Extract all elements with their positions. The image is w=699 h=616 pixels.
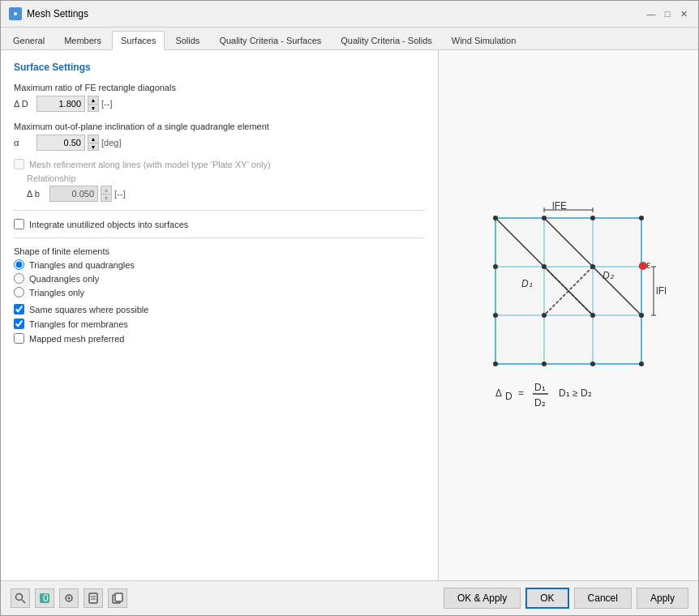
svg-point-27 (542, 361, 547, 366)
triangles-membranes-checkbox[interactable] (14, 319, 24, 329)
divider-2 (14, 237, 425, 238)
svg-point-52 (68, 597, 71, 600)
mesh-refinement-row: Mesh refinement along lines (with model … (14, 159, 425, 169)
delta-b-spin-up[interactable]: ▲ (101, 186, 112, 194)
svg-text:D: D (505, 391, 512, 402)
radio-quads-only-input[interactable] (14, 273, 24, 284)
delta-b-spinner: ▲ ▼ (101, 186, 112, 202)
main-window: Mesh Settings — □ ✕ General Members Surf… (0, 0, 699, 616)
cancel-button[interactable]: Cancel (574, 588, 632, 609)
close-button[interactable]: ✕ (677, 7, 690, 20)
right-panel: D₁ D₂ (439, 50, 698, 580)
same-squares-checkbox[interactable] (14, 304, 24, 314)
svg-rect-57 (115, 593, 122, 601)
svg-text:D₁: D₁ (534, 382, 546, 393)
tool-btn-2[interactable]: 0 (35, 588, 54, 608)
relationship-label: Relationship (27, 173, 425, 183)
mesh-refinement-checkbox[interactable] (14, 159, 24, 169)
svg-text:=: = (518, 387, 524, 399)
delta-b-spin-down[interactable]: ▼ (101, 194, 112, 202)
fe-diagonals-label: Maximum ratio of FE rectangle diagonals (14, 83, 425, 92)
alpha-unit: [deg] (101, 138, 121, 148)
tool-btn-4[interactable] (84, 588, 103, 608)
svg-point-25 (639, 313, 644, 318)
svg-point-14 (493, 216, 498, 220)
maximize-button[interactable]: □ (661, 7, 674, 20)
delta-d-spinner: ▲ ▼ (88, 96, 99, 112)
svg-point-22 (493, 313, 498, 318)
tab-solids[interactable]: Solids (166, 31, 208, 49)
svg-text:D₂: D₂ (534, 397, 546, 409)
svg-text:lFE: lFE (656, 285, 666, 297)
tab-quality-solids[interactable]: Quality Criteria - Solids (332, 31, 440, 49)
tool-btn-1[interactable] (11, 588, 30, 608)
alpha-row: α ▲ ▼ [deg] (14, 135, 425, 151)
ok-apply-button[interactable]: OK & Apply (444, 588, 521, 609)
minimize-button[interactable]: — (645, 7, 658, 20)
svg-text:Δ: Δ (495, 387, 502, 399)
bottom-tools: 0 (11, 588, 127, 608)
delta-d-label: Δ D (14, 99, 32, 109)
integrate-checkbox[interactable] (14, 219, 24, 229)
radio-triangles-quads-input[interactable] (14, 259, 24, 270)
svg-point-23 (542, 313, 547, 318)
svg-point-26 (493, 361, 498, 366)
tab-quality-surfaces[interactable]: Quality Criteria - Surfaces (210, 31, 330, 49)
tool-btn-3[interactable] (59, 588, 79, 608)
svg-text:D₁ ≥ D₂: D₁ ≥ D₂ (559, 387, 592, 399)
svg-text:D₁: D₁ (521, 278, 533, 289)
section-title: Surface Settings (14, 62, 425, 73)
bottom-actions: OK & Apply OK Cancel Apply (444, 588, 688, 609)
delta-d-spin-up[interactable]: ▲ (88, 96, 99, 104)
svg-point-24 (590, 313, 595, 318)
radio-triangles-only-input[interactable] (14, 287, 24, 297)
mapped-mesh-checkbox[interactable] (14, 333, 24, 344)
alpha-label: α (14, 138, 32, 148)
mesh-refinement-label: Mesh refinement along lines (with model … (29, 160, 271, 169)
svg-text:ε: ε (646, 259, 651, 271)
tab-general[interactable]: General (4, 31, 54, 49)
delta-b-input[interactable] (49, 186, 98, 202)
tab-wind[interactable]: Wind Simulation (443, 31, 525, 49)
triangles-membranes-row: Triangles for membranes (14, 319, 425, 329)
alpha-spinner: ▲ ▼ (88, 135, 99, 151)
svg-rect-53 (89, 593, 97, 603)
alpha-input-group: ▲ ▼ [deg] (36, 135, 121, 151)
delta-b-label: Δ b (27, 189, 45, 199)
svg-point-18 (493, 264, 498, 269)
radio-triangles-quads-label: Triangles and quadrangles (29, 260, 135, 270)
divider-1 (14, 210, 425, 211)
alpha-spin-down[interactable]: ▼ (88, 143, 99, 151)
delta-d-input[interactable] (36, 96, 85, 112)
ok-button[interactable]: OK (525, 588, 568, 609)
apply-button[interactable]: Apply (637, 588, 688, 609)
svg-point-19 (542, 264, 547, 269)
svg-text:0: 0 (43, 592, 49, 604)
integrate-row: Integrate unutilized objects into surfac… (14, 219, 425, 229)
tab-bar: General Members Surfaces Solids Quality … (1, 28, 698, 50)
app-icon (9, 7, 22, 20)
tool-btn-5[interactable] (108, 588, 127, 608)
radio-triangles-only-label: Triangles only (29, 288, 84, 297)
same-squares-label: Same squares where possible (29, 305, 148, 314)
radio-quads-only: Quadrangles only (14, 273, 425, 284)
delta-b-unit: [--] (114, 189, 125, 199)
radio-triangles-only: Triangles only (14, 287, 425, 297)
svg-point-15 (542, 216, 547, 220)
checkbox-options: Same squares where possible Triangles fo… (14, 304, 425, 344)
inclination-label: Maximum out-of-plane inclination of a si… (14, 122, 425, 131)
window-controls: — □ ✕ (645, 7, 690, 20)
same-squares-row: Same squares where possible (14, 304, 425, 314)
svg-point-16 (590, 216, 595, 220)
alpha-spin-up[interactable]: ▲ (88, 135, 99, 143)
radio-quads-only-label: Quadrangles only (29, 274, 99, 284)
alpha-input[interactable] (36, 135, 85, 151)
delta-b-input-group: ▲ ▼ [--] (49, 186, 125, 202)
delta-d-spin-down[interactable]: ▼ (88, 104, 99, 112)
relationship-section: Relationship Δ b ▲ ▼ [--] (27, 173, 425, 202)
delta-d-unit: [--] (101, 99, 112, 109)
tab-surfaces[interactable]: Surfaces (112, 31, 165, 50)
svg-text:D₂: D₂ (603, 270, 615, 281)
delta-b-row: Δ b ▲ ▼ [--] (27, 186, 425, 202)
tab-members[interactable]: Members (55, 31, 110, 49)
